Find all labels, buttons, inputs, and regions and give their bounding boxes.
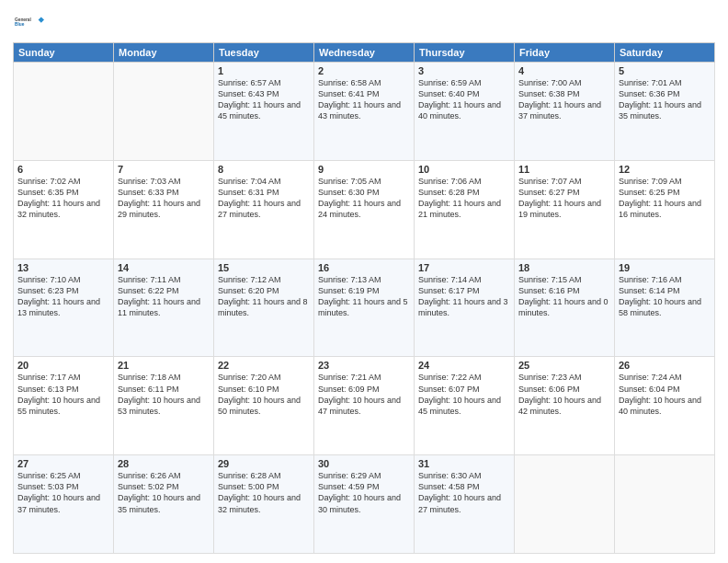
day-number: 21 — [118, 360, 210, 371]
day-info: Sunrise: 6:28 AM Sunset: 5:00 PM Dayligh… — [218, 470, 310, 515]
weekday-header-monday: Monday — [114, 43, 214, 63]
day-info: Sunrise: 6:29 AM Sunset: 4:59 PM Dayligh… — [318, 470, 410, 515]
calendar-cell: 22Sunrise: 7:20 AM Sunset: 6:10 PM Dayli… — [214, 357, 314, 455]
day-number: 28 — [118, 458, 210, 469]
day-number: 25 — [518, 360, 610, 371]
calendar-cell: 13Sunrise: 7:10 AM Sunset: 6:23 PM Dayli… — [14, 259, 114, 357]
week-row-3: 13Sunrise: 7:10 AM Sunset: 6:23 PM Dayli… — [14, 259, 715, 357]
day-number: 8 — [218, 164, 310, 175]
day-number: 26 — [619, 360, 711, 371]
page: General Blue SundayMondayTuesdayWednesda… — [0, 0, 728, 563]
week-row-4: 20Sunrise: 7:17 AM Sunset: 6:13 PM Dayli… — [14, 357, 715, 455]
day-info: Sunrise: 7:13 AM Sunset: 6:19 PM Dayligh… — [318, 274, 410, 319]
weekday-header-tuesday: Tuesday — [214, 43, 314, 63]
day-info: Sunrise: 7:09 AM Sunset: 6:25 PM Dayligh… — [619, 176, 711, 221]
header: General Blue — [13, 9, 715, 35]
calendar-cell — [14, 63, 114, 161]
calendar-cell: 8Sunrise: 7:04 AM Sunset: 6:31 PM Daylig… — [214, 160, 314, 259]
day-info: Sunrise: 7:24 AM Sunset: 6:04 PM Dayligh… — [619, 372, 711, 417]
calendar-cell: 26Sunrise: 7:24 AM Sunset: 6:04 PM Dayli… — [615, 357, 715, 455]
day-number: 10 — [418, 164, 510, 175]
day-info: Sunrise: 7:02 AM Sunset: 6:35 PM Dayligh… — [17, 176, 109, 221]
day-number: 16 — [318, 262, 410, 273]
day-info: Sunrise: 7:12 AM Sunset: 6:20 PM Dayligh… — [218, 274, 310, 319]
svg-text:Blue: Blue — [15, 22, 25, 27]
day-number: 9 — [318, 164, 410, 175]
calendar-cell: 1Sunrise: 6:57 AM Sunset: 6:43 PM Daylig… — [214, 63, 314, 161]
logo: General Blue — [13, 9, 44, 35]
calendar-cell: 9Sunrise: 7:05 AM Sunset: 6:30 PM Daylig… — [314, 160, 415, 259]
day-info: Sunrise: 7:15 AM Sunset: 6:16 PM Dayligh… — [518, 274, 610, 319]
day-info: Sunrise: 7:03 AM Sunset: 6:33 PM Dayligh… — [118, 176, 210, 221]
day-number: 11 — [518, 164, 610, 175]
day-number: 23 — [318, 360, 410, 371]
day-number: 14 — [118, 262, 210, 273]
calendar-cell: 30Sunrise: 6:29 AM Sunset: 4:59 PM Dayli… — [314, 455, 415, 554]
calendar-cell: 3Sunrise: 6:59 AM Sunset: 6:40 PM Daylig… — [415, 63, 515, 161]
day-number: 29 — [218, 458, 310, 469]
day-info: Sunrise: 7:18 AM Sunset: 6:11 PM Dayligh… — [118, 372, 210, 417]
day-info: Sunrise: 7:06 AM Sunset: 6:28 PM Dayligh… — [418, 176, 510, 221]
day-info: Sunrise: 7:05 AM Sunset: 6:30 PM Dayligh… — [318, 176, 410, 221]
day-info: Sunrise: 7:23 AM Sunset: 6:06 PM Dayligh… — [518, 372, 610, 417]
day-info: Sunrise: 7:04 AM Sunset: 6:31 PM Dayligh… — [218, 176, 310, 221]
day-number: 30 — [318, 458, 410, 469]
calendar-cell: 2Sunrise: 6:58 AM Sunset: 6:41 PM Daylig… — [314, 63, 415, 161]
day-number: 4 — [518, 65, 610, 76]
weekday-header-sunday: Sunday — [14, 43, 114, 63]
calendar-cell: 4Sunrise: 7:00 AM Sunset: 6:38 PM Daylig… — [515, 63, 615, 161]
svg-marker-2 — [39, 17, 44, 22]
logo-icon: General Blue — [15, 9, 44, 35]
day-info: Sunrise: 7:10 AM Sunset: 6:23 PM Dayligh… — [17, 274, 109, 319]
day-number: 1 — [218, 65, 310, 76]
day-info: Sunrise: 6:30 AM Sunset: 4:58 PM Dayligh… — [418, 470, 510, 515]
day-number: 31 — [418, 458, 510, 469]
svg-text:General: General — [15, 17, 31, 22]
day-info: Sunrise: 7:11 AM Sunset: 6:22 PM Dayligh… — [118, 274, 210, 319]
week-row-1: 1Sunrise: 6:57 AM Sunset: 6:43 PM Daylig… — [14, 63, 715, 161]
calendar-cell: 5Sunrise: 7:01 AM Sunset: 6:36 PM Daylig… — [615, 63, 715, 161]
day-number: 12 — [619, 164, 711, 175]
day-info: Sunrise: 6:59 AM Sunset: 6:40 PM Dayligh… — [418, 77, 510, 122]
calendar-cell: 14Sunrise: 7:11 AM Sunset: 6:22 PM Dayli… — [114, 259, 214, 357]
calendar-cell: 18Sunrise: 7:15 AM Sunset: 6:16 PM Dayli… — [515, 259, 615, 357]
day-number: 15 — [218, 262, 310, 273]
calendar-cell: 27Sunrise: 6:25 AM Sunset: 5:03 PM Dayli… — [14, 455, 114, 554]
calendar-cell: 10Sunrise: 7:06 AM Sunset: 6:28 PM Dayli… — [415, 160, 515, 259]
day-number: 13 — [17, 262, 109, 273]
day-info: Sunrise: 7:17 AM Sunset: 6:13 PM Dayligh… — [17, 372, 109, 417]
day-number: 20 — [17, 360, 109, 371]
day-info: Sunrise: 7:16 AM Sunset: 6:14 PM Dayligh… — [619, 274, 711, 319]
weekday-header-thursday: Thursday — [415, 43, 515, 63]
day-info: Sunrise: 7:22 AM Sunset: 6:07 PM Dayligh… — [418, 372, 510, 417]
day-number: 19 — [619, 262, 711, 273]
day-number: 6 — [17, 164, 109, 175]
day-info: Sunrise: 7:20 AM Sunset: 6:10 PM Dayligh… — [218, 372, 310, 417]
day-number: 17 — [418, 262, 510, 273]
day-info: Sunrise: 6:25 AM Sunset: 5:03 PM Dayligh… — [17, 470, 109, 515]
calendar-cell: 21Sunrise: 7:18 AM Sunset: 6:11 PM Dayli… — [114, 357, 214, 455]
day-number: 22 — [218, 360, 310, 371]
week-row-2: 6Sunrise: 7:02 AM Sunset: 6:35 PM Daylig… — [14, 160, 715, 259]
calendar-cell: 7Sunrise: 7:03 AM Sunset: 6:33 PM Daylig… — [114, 160, 214, 259]
weekday-header-friday: Friday — [515, 43, 615, 63]
day-info: Sunrise: 7:07 AM Sunset: 6:27 PM Dayligh… — [518, 176, 610, 221]
calendar-cell: 11Sunrise: 7:07 AM Sunset: 6:27 PM Dayli… — [515, 160, 615, 259]
calendar-cell: 20Sunrise: 7:17 AM Sunset: 6:13 PM Dayli… — [14, 357, 114, 455]
calendar-cell: 31Sunrise: 6:30 AM Sunset: 4:58 PM Dayli… — [415, 455, 515, 554]
day-info: Sunrise: 6:57 AM Sunset: 6:43 PM Dayligh… — [218, 77, 310, 122]
day-number: 3 — [418, 65, 510, 76]
day-info: Sunrise: 6:58 AM Sunset: 6:41 PM Dayligh… — [318, 77, 410, 122]
weekday-header-row: SundayMondayTuesdayWednesdayThursdayFrid… — [14, 43, 715, 63]
calendar-cell — [114, 63, 214, 161]
calendar-table: SundayMondayTuesdayWednesdayThursdayFrid… — [13, 42, 715, 554]
calendar-cell: 25Sunrise: 7:23 AM Sunset: 6:06 PM Dayli… — [515, 357, 615, 455]
calendar-cell: 16Sunrise: 7:13 AM Sunset: 6:19 PM Dayli… — [314, 259, 415, 357]
calendar-cell: 19Sunrise: 7:16 AM Sunset: 6:14 PM Dayli… — [615, 259, 715, 357]
calendar-cell: 6Sunrise: 7:02 AM Sunset: 6:35 PM Daylig… — [14, 160, 114, 259]
day-info: Sunrise: 7:00 AM Sunset: 6:38 PM Dayligh… — [518, 77, 610, 122]
calendar-cell: 15Sunrise: 7:12 AM Sunset: 6:20 PM Dayli… — [214, 259, 314, 357]
day-number: 24 — [418, 360, 510, 371]
day-number: 5 — [619, 65, 711, 76]
calendar-cell — [515, 455, 615, 554]
